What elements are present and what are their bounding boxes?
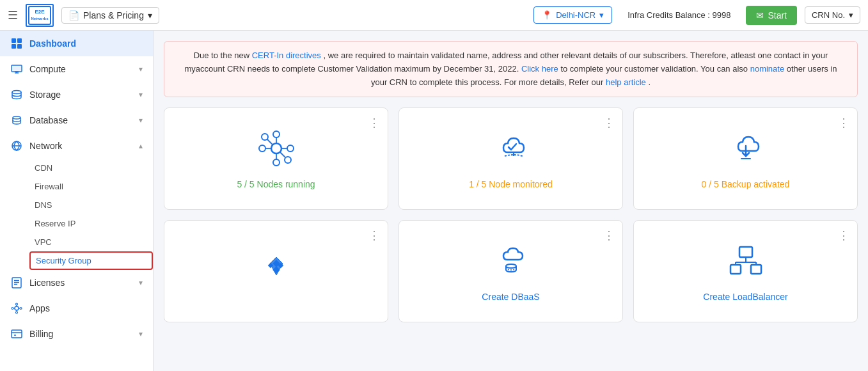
network-submenu: CDN Firewall DNS Reserve IP VPC Security… (0, 159, 153, 270)
billing-icon (10, 328, 23, 340)
nodes-card: ⋮ (164, 107, 388, 210)
lb-boxes-icon (725, 241, 766, 281)
loadbalancer-label: Create LoadBalancer (703, 292, 787, 302)
nodes-label: 5 / 5 Nodes running (237, 179, 315, 189)
card-menu-icon[interactable]: ⋮ (838, 228, 849, 242)
dbaas-label: Create DBaaS (482, 292, 539, 302)
sidebar-item-licenses[interactable]: Licenses ▾ (0, 270, 153, 296)
app-header: ☰ E2E Networks 📄 Plans & Pricing ▾ 📍 Del… (0, 0, 868, 31)
chevron-down-icon: ▾ (139, 329, 143, 338)
svg-point-22 (16, 312, 18, 313)
svg-point-38 (285, 157, 291, 163)
sidebar-item-apps[interactable]: Apps (0, 296, 153, 321)
crn-selector[interactable]: CRN No. ▾ (805, 6, 860, 24)
sidebar-item-security-group[interactable]: Security Group (29, 251, 153, 270)
chevron-down-icon: ▾ (599, 10, 604, 20)
sidebar-item-database[interactable]: Database ▾ (0, 107, 153, 133)
sidebar-item-dashboard[interactable]: Dashboard (0, 31, 153, 56)
card-menu-icon[interactable]: ⋮ (368, 116, 380, 130)
sidebar-item-dns[interactable]: DNS (29, 196, 153, 214)
card-menu-icon[interactable]: ⋮ (603, 116, 615, 130)
start-button[interactable]: ✉ Start (746, 6, 797, 25)
nominate-link[interactable]: nominate (750, 64, 784, 74)
sidebar-item-compute[interactable]: Compute ▾ (0, 56, 153, 82)
alert-banner: Due to the new CERT-In directives , we a… (164, 41, 858, 97)
svg-text:Networks: Networks (31, 17, 49, 20)
network-icon (10, 139, 23, 152)
svg-rect-53 (739, 247, 752, 257)
chevron-down-icon: ▾ (139, 116, 143, 125)
main-layout: Dashboard Compute ▾ (0, 31, 868, 371)
card-menu-icon[interactable]: ⋮ (838, 116, 849, 130)
svg-point-36 (287, 145, 294, 152)
monitor-card: ⋮ 1 / 5 Node monitored (398, 107, 623, 210)
click-here-link[interactable]: Click here (521, 64, 558, 74)
app-logo: E2E Networks (26, 4, 54, 27)
sidebar-item-storage[interactable]: Storage ▾ (0, 82, 153, 107)
svg-point-20 (15, 306, 19, 310)
dashboard-icon (10, 37, 23, 50)
svg-rect-54 (730, 265, 741, 274)
svg-line-43 (267, 139, 272, 145)
database-icon (10, 114, 23, 127)
apps-icon (10, 302, 23, 315)
cloud-monitor-icon (491, 128, 532, 169)
sidebar-item-vpc[interactable]: VPC (29, 233, 153, 251)
svg-text:E2E: E2E (35, 9, 45, 15)
chevron-down-icon: ▾ (139, 65, 143, 74)
help-article-link[interactable]: help article (606, 77, 646, 87)
svg-rect-29 (12, 330, 22, 338)
svg-point-12 (12, 91, 21, 94)
svg-point-24 (20, 308, 22, 310)
chevron-up-icon: ▴ (139, 141, 143, 150)
svg-point-35 (259, 145, 265, 152)
chevron-down-icon: ▾ (139, 90, 143, 99)
menu-icon[interactable]: ☰ (8, 8, 18, 22)
cloud-backup-icon (725, 128, 766, 169)
main-content: Due to the new CERT-In directives , we a… (154, 31, 868, 371)
sidebar-item-firewall[interactable]: Firewall (29, 177, 153, 196)
storage-icon (10, 88, 23, 101)
chevron-down-icon: ▾ (148, 10, 152, 20)
dashboard-cards: ⋮ (164, 107, 858, 322)
licenses-icon (10, 276, 23, 289)
backup-label: 0 / 5 Backup activated (702, 179, 790, 189)
card-menu-icon[interactable]: ⋮ (603, 228, 615, 242)
svg-point-52 (506, 264, 516, 268)
svg-rect-4 (17, 38, 22, 43)
svg-point-32 (271, 143, 281, 154)
paper-plane-icon: ✉ (756, 10, 764, 20)
svg-rect-6 (17, 44, 22, 49)
diamond-icon (256, 246, 297, 287)
sidebar: Dashboard Compute ▾ (0, 31, 154, 371)
chevron-down-icon: ▾ (139, 278, 143, 287)
loadbalancer-card[interactable]: ⋮ Create (633, 220, 858, 322)
monitor-label: 1 / 5 Node monitored (469, 179, 553, 189)
location-selector[interactable]: 📍 Delhi-NCR ▾ (533, 6, 612, 24)
svg-rect-5 (12, 44, 16, 49)
cloud-db-icon (491, 241, 532, 281)
chevron-down-icon: ▾ (849, 10, 853, 20)
svg-rect-8 (12, 67, 21, 71)
sidebar-item-cdn[interactable]: CDN (29, 159, 153, 177)
dbaas-card[interactable]: ⋮ Create DBaaS (398, 220, 623, 322)
sidebar-item-reserve-ip[interactable]: Reserve IP (29, 214, 153, 233)
card-menu-icon[interactable]: ⋮ (368, 228, 380, 242)
svg-point-34 (273, 159, 280, 166)
file-icon: 📄 (68, 10, 79, 20)
sidebar-item-billing[interactable]: Billing ▾ (0, 321, 153, 347)
svg-point-21 (16, 303, 18, 305)
svg-rect-3 (12, 38, 16, 43)
location-pin-icon: 📍 (542, 10, 552, 20)
backup-card: ⋮ 0 / 5 Backup activated (633, 107, 858, 210)
sidebar-item-network[interactable]: Network ▴ (0, 133, 153, 159)
svg-point-33 (273, 131, 280, 138)
svg-point-13 (13, 116, 20, 119)
plans-pricing-button[interactable]: 📄 Plans & Pricing ▾ (61, 7, 159, 24)
svg-line-44 (280, 152, 285, 157)
svg-point-23 (12, 308, 13, 310)
diamond-card: ⋮ (164, 220, 388, 322)
compute-icon (10, 63, 23, 75)
credits-balance: Infra Credits Balance : 9998 (627, 10, 730, 20)
cert-in-link[interactable]: CERT-In directives (252, 51, 321, 60)
